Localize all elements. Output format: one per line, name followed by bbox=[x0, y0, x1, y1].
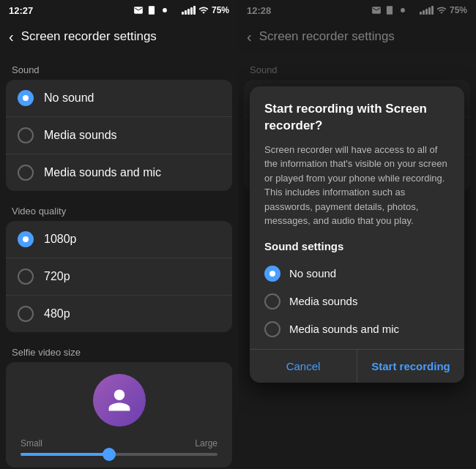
left-phone-screen: 12:27 75% ‹ Screen recorder settings bbox=[0, 0, 238, 469]
video-quality-options-card: 1080p 720p 480p bbox=[6, 221, 232, 332]
dialog-radio-media-sounds-mic bbox=[264, 321, 280, 337]
sound-options-card: No sound Media sounds Media sounds and m… bbox=[6, 80, 232, 191]
label-480p: 480p bbox=[44, 307, 70, 320]
page-title-left: Screen recorder settings bbox=[21, 29, 157, 44]
radio-media-sounds-mic bbox=[18, 165, 34, 181]
battery-left: 75% bbox=[212, 5, 229, 15]
slider-small-label: Small bbox=[21, 438, 42, 449]
signal-icon-left bbox=[182, 6, 196, 15]
dialog-option-no-sound[interactable]: No sound bbox=[264, 260, 450, 288]
dialog-label-media-sounds-mic: Media sounds and mic bbox=[289, 323, 399, 335]
slider-thumb[interactable] bbox=[103, 448, 116, 461]
status-bar-left: 12:27 75% bbox=[0, 0, 238, 20]
video-quality-section-label: Video quality bbox=[0, 200, 238, 221]
radio-480p bbox=[18, 306, 34, 322]
dialog-body: Screen recorder will have access to all … bbox=[264, 143, 450, 228]
dialog-sound-settings-title: Sound settings bbox=[264, 240, 450, 252]
slider-track bbox=[21, 453, 217, 456]
slider-large-label: Large bbox=[195, 438, 217, 449]
label-no-sound: No sound bbox=[44, 91, 94, 105]
wifi-icon-left bbox=[198, 5, 209, 15]
option-720p[interactable]: 720p bbox=[6, 258, 232, 296]
dialog-actions: Cancel Start recording bbox=[250, 349, 464, 383]
envelope-icon bbox=[133, 5, 144, 15]
dialog-label-media-sounds: Media sounds bbox=[289, 295, 357, 307]
portrait-icon bbox=[146, 5, 157, 15]
svg-point-1 bbox=[163, 8, 167, 12]
selfie-size-slider[interactable]: Small Large bbox=[18, 438, 220, 456]
back-button-left[interactable]: ‹ bbox=[9, 29, 14, 45]
radio-720p bbox=[18, 269, 34, 285]
dialog-option-media-sounds[interactable]: Media sounds bbox=[264, 288, 450, 315]
slider-fill bbox=[21, 453, 109, 456]
option-no-sound[interactable]: No sound bbox=[6, 80, 232, 117]
option-1080p[interactable]: 1080p bbox=[6, 221, 232, 258]
dialog-radio-media-sounds bbox=[264, 293, 280, 309]
option-media-sounds-mic[interactable]: Media sounds and mic bbox=[6, 154, 232, 191]
status-time-left: 12:27 bbox=[9, 5, 33, 16]
selfie-card: Small Large bbox=[6, 362, 232, 468]
record-icon bbox=[160, 5, 170, 15]
option-480p[interactable]: 480p bbox=[6, 296, 232, 332]
dialog-label-no-sound: No sound bbox=[289, 267, 336, 279]
dialog-option-media-sounds-mic[interactable]: Media sounds and mic bbox=[264, 315, 450, 343]
label-720p: 720p bbox=[44, 270, 70, 283]
label-media-sounds: Media sounds bbox=[44, 129, 117, 142]
radio-no-sound bbox=[18, 90, 34, 106]
dialog-title: Start recording with Screen recorder? bbox=[264, 101, 450, 133]
dialog-radio-no-sound bbox=[264, 266, 280, 282]
sound-section-label: Sound bbox=[0, 59, 238, 80]
selfie-avatar bbox=[93, 374, 146, 427]
dialog-overlay: Start recording with Screen recorder? Sc… bbox=[238, 0, 476, 469]
option-media-sounds[interactable]: Media sounds bbox=[6, 117, 232, 154]
selfie-section-label: Selfie video size bbox=[0, 341, 238, 362]
radio-media-sounds bbox=[18, 127, 34, 143]
label-media-sounds-mic: Media sounds and mic bbox=[44, 166, 161, 179]
svg-rect-0 bbox=[149, 6, 155, 15]
top-bar-left: ‹ Screen recorder settings bbox=[0, 20, 238, 53]
dialog-box: Start recording with Screen recorder? Sc… bbox=[250, 86, 464, 382]
right-phone-screen: 12:28 75% ‹ Screen recorder sett bbox=[238, 0, 476, 469]
slider-labels: Small Large bbox=[21, 438, 217, 449]
status-icons-left: 75% bbox=[133, 5, 229, 15]
start-recording-button[interactable]: Start recording bbox=[357, 350, 464, 383]
label-1080p: 1080p bbox=[44, 233, 77, 246]
settings-content-left: Sound No sound Media sounds Media sounds… bbox=[0, 53, 238, 469]
radio-1080p bbox=[18, 231, 34, 247]
cancel-button[interactable]: Cancel bbox=[250, 350, 357, 383]
